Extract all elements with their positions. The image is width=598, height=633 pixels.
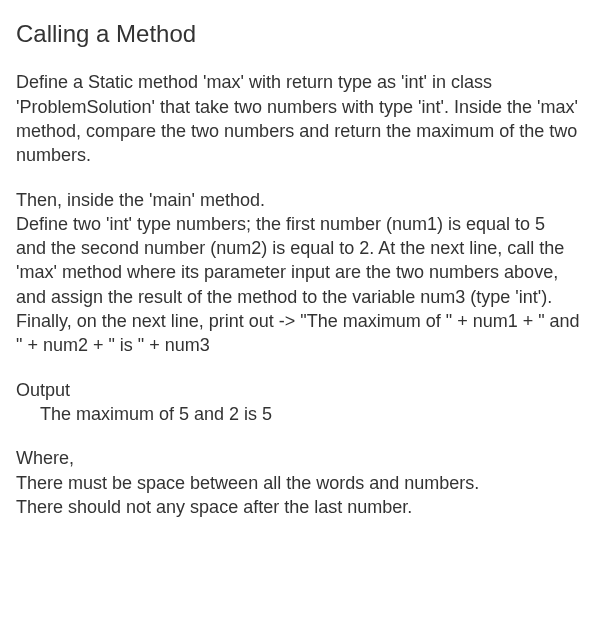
output-label: Output	[16, 378, 580, 402]
where-label: Where,	[16, 446, 580, 470]
where-section: Where, There must be space between all t…	[16, 446, 580, 519]
where-line-2: There should not any space after the las…	[16, 495, 580, 519]
paragraph-1: Define a Static method 'max' with return…	[16, 70, 580, 167]
paragraph-2: Then, inside the 'main' method. Define t…	[16, 188, 580, 358]
output-section: Output The maximum of 5 and 2 is 5	[16, 378, 580, 427]
output-content: The maximum of 5 and 2 is 5	[16, 402, 580, 426]
where-line-1: There must be space between all the word…	[16, 471, 580, 495]
page-title: Calling a Method	[16, 18, 580, 50]
